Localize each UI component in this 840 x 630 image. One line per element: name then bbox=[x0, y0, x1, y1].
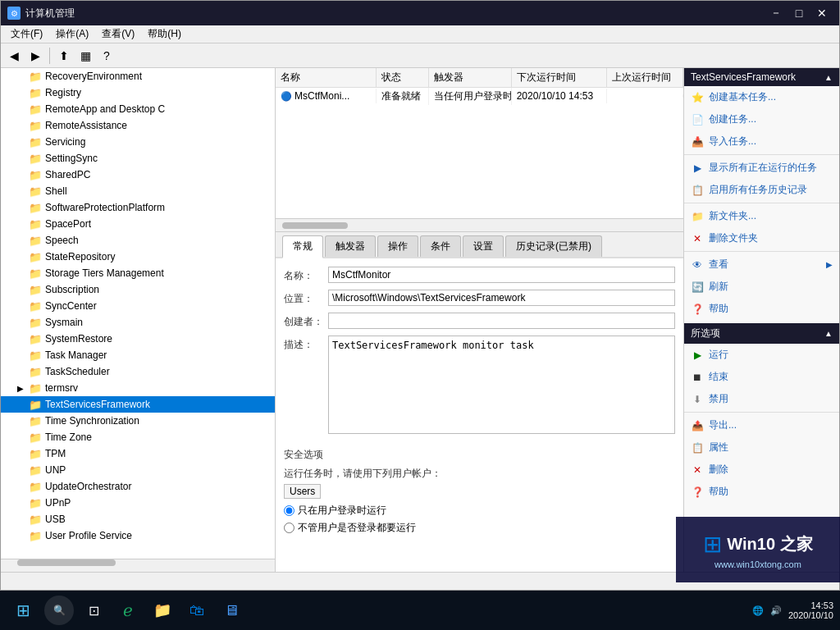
radio-option1[interactable]: 只在用户登录时运行 bbox=[284, 504, 675, 518]
store-button[interactable]: 🛍 bbox=[182, 596, 212, 625]
collapse-selected-icon: ▲ bbox=[824, 329, 833, 338]
action-run[interactable]: ▶ 运行 bbox=[684, 344, 839, 366]
tree-item-speech[interactable]: 📁 Speech bbox=[1, 232, 275, 249]
tab-history[interactable]: 历史记录(已禁用) bbox=[505, 235, 602, 257]
tree-item-textservices[interactable]: 📁 TextServicesFramework bbox=[1, 396, 275, 413]
edge-browser-button[interactable]: ℯ bbox=[113, 596, 143, 625]
back-button[interactable]: ◀ bbox=[4, 46, 24, 66]
tree-item-timesync[interactable]: 📁 Time Synchronization bbox=[1, 413, 275, 429]
folder-icon: 📁 bbox=[29, 333, 42, 345]
show-hide-button[interactable]: ▦ bbox=[75, 46, 95, 66]
action-view[interactable]: 👁 查看 ▶ bbox=[684, 253, 839, 276]
tree-item-subscription[interactable]: 📁 Subscription bbox=[1, 281, 275, 298]
action-refresh[interactable]: 🔄 刷新 bbox=[684, 276, 839, 298]
tree-item-userprofile[interactable]: 📁 User Profile Service bbox=[1, 527, 275, 544]
action-properties[interactable]: 📋 属性 bbox=[684, 436, 839, 459]
folder-icon: 📁 bbox=[29, 464, 42, 477]
menu-action[interactable]: 操作(A) bbox=[49, 25, 95, 43]
tree-item-systemrestore[interactable]: 📁 SystemRestore bbox=[1, 331, 275, 347]
tree-item-upnp[interactable]: 📁 UPnP bbox=[1, 495, 275, 511]
tree-container[interactable]: 📁 RecoveryEnvironment 📁 Registry 📁 Remot… bbox=[1, 68, 275, 559]
tree-item-shell[interactable]: 📁 Shell bbox=[1, 183, 275, 199]
computer-management-button[interactable]: 🖥 bbox=[217, 596, 246, 625]
close-button[interactable]: ✕ bbox=[811, 5, 833, 21]
start-button[interactable]: ⊞ bbox=[7, 594, 39, 627]
folder-icon: 📁 bbox=[29, 349, 42, 362]
tab-actions[interactable]: 操作 bbox=[377, 235, 418, 257]
tree-item-timezone[interactable]: 📁 Time Zone bbox=[1, 429, 275, 445]
tab-general[interactable]: 常规 bbox=[282, 235, 323, 258]
menu-view[interactable]: 查看(V) bbox=[95, 25, 141, 43]
tree-item-sysmain[interactable]: 📁 Sysmain bbox=[1, 314, 275, 331]
taskview-button[interactable]: ⊡ bbox=[79, 596, 108, 625]
tree-item-softwareprotection[interactable]: 📁 SoftwareProtectionPlatform bbox=[1, 199, 275, 216]
folder-icon: 📁 bbox=[29, 87, 42, 99]
action-enable-history[interactable]: 📋 启用所有任务历史记录 bbox=[684, 179, 839, 201]
tree-item-servicing[interactable]: 📁 Servicing bbox=[1, 134, 275, 150]
tree-item-synccenter[interactable]: 📁 SyncCenter bbox=[1, 298, 275, 314]
folder-icon: 📁 bbox=[29, 103, 42, 116]
tree-horizontal-scrollbar[interactable] bbox=[1, 559, 275, 572]
action-delete[interactable]: ✕ 删除 bbox=[684, 459, 839, 481]
action-export[interactable]: 📤 导出... bbox=[684, 414, 839, 436]
radio-input-1[interactable] bbox=[284, 505, 294, 516]
radio-input-2[interactable] bbox=[284, 523, 294, 533]
help-toolbar-button[interactable]: ? bbox=[97, 46, 116, 66]
tree-item-staterepository[interactable]: 📁 StateRepository bbox=[1, 249, 275, 265]
tree-item-storagetiers[interactable]: 📁 Storage Tiers Management bbox=[1, 265, 275, 281]
file-explorer-button[interactable]: 📁 bbox=[148, 596, 177, 625]
tree-item-settingsync[interactable]: 📁 SettingSync bbox=[1, 150, 275, 167]
action-new-folder[interactable]: 📁 新文件夹... bbox=[684, 205, 839, 227]
tree-item-termsrv[interactable]: ▶ 📁 termsrv bbox=[1, 380, 275, 396]
tree-item-spaceport[interactable]: 📁 SpacePort bbox=[1, 216, 275, 232]
action-disable[interactable]: ⬇ 禁用 bbox=[684, 388, 839, 410]
action-create-task[interactable]: 📄 创建任务... bbox=[684, 108, 839, 130]
description-label: 描述： bbox=[284, 336, 325, 352]
table-row[interactable]: 🔵 MsCtfMoni... 准备就绪 当任何用户登录时 2020/10/10 … bbox=[276, 88, 683, 104]
description-textarea[interactable]: TextServicesFramework monitor task bbox=[328, 336, 675, 434]
new-folder-icon: 📁 bbox=[691, 210, 704, 223]
action-import[interactable]: 📥 导入任务... bbox=[684, 130, 839, 153]
tree-item-usb[interactable]: 📁 USB bbox=[1, 511, 275, 527]
folder-icon: 📁 bbox=[29, 530, 42, 542]
main-window: ⚙ 计算机管理 － □ ✕ 文件(F) 操作(A) 查看(V) 帮助(H) ◀ … bbox=[0, 0, 840, 591]
header-name: 名称 bbox=[276, 68, 377, 87]
tab-settings[interactable]: 设置 bbox=[463, 235, 504, 257]
tree-item-unp[interactable]: 📁 UNP bbox=[1, 462, 275, 478]
up-button[interactable]: ⬆ bbox=[54, 46, 74, 66]
store-icon: 🛍 bbox=[189, 602, 204, 619]
view-icon: 👁 bbox=[691, 258, 704, 272]
export-icon: 📤 bbox=[691, 419, 704, 432]
tree-item-taskmanager[interactable]: 📁 Task Manager bbox=[1, 347, 275, 363]
tree-item-recovery[interactable]: 📁 RecoveryEnvironment bbox=[1, 68, 275, 84]
menu-file[interactable]: 文件(F) bbox=[4, 25, 49, 43]
name-input[interactable] bbox=[328, 267, 675, 283]
tree-item-remoteapp[interactable]: 📁 RemoteApp and Desktop C bbox=[1, 101, 275, 117]
location-input[interactable] bbox=[328, 290, 675, 306]
action-end[interactable]: ⏹ 结束 bbox=[684, 366, 839, 388]
tab-triggers[interactable]: 触发器 bbox=[325, 235, 376, 257]
maximize-button[interactable]: □ bbox=[788, 5, 810, 21]
minimize-button[interactable]: － bbox=[765, 5, 787, 21]
task-list-panel: 名称 状态 触发器 下次运行时间 上次运行时间 🔵 MsCtfMoni... 准… bbox=[276, 68, 683, 232]
tree-item-taskscheduler[interactable]: 📁 TaskScheduler bbox=[1, 363, 275, 380]
tree-item-updateorchestrator[interactable]: 📁 UpdateOrchestrator bbox=[1, 478, 275, 495]
author-input[interactable] bbox=[328, 313, 675, 329]
action-help-main[interactable]: ❓ 帮助 bbox=[684, 298, 839, 320]
tree-item-tpm[interactable]: 📁 TPM bbox=[1, 445, 275, 462]
menu-help[interactable]: 帮助(H) bbox=[141, 25, 188, 43]
search-button[interactable]: 🔍 bbox=[44, 596, 74, 625]
forward-button[interactable]: ▶ bbox=[25, 46, 45, 66]
radio-option2[interactable]: 不管用户是否登录都要运行 bbox=[284, 521, 675, 535]
tab-conditions[interactable]: 条件 bbox=[420, 235, 461, 257]
title-bar: ⚙ 计算机管理 － □ ✕ bbox=[1, 1, 839, 25]
action-create-basic[interactable]: ⭐ 创建基本任务... bbox=[684, 86, 839, 108]
action-delete-folder[interactable]: ✕ 删除文件夹 bbox=[684, 227, 839, 249]
task-horizontal-scrollbar[interactable] bbox=[276, 218, 683, 231]
action-show-running[interactable]: ▶ 显示所有正在运行的任务 bbox=[684, 157, 839, 179]
history-icon: 📋 bbox=[691, 184, 704, 197]
tree-item-sharedpc[interactable]: 📁 SharedPC bbox=[1, 167, 275, 183]
action-help-selected[interactable]: ❓ 帮助 bbox=[684, 481, 839, 503]
tree-item-remoteassistance[interactable]: 📁 RemoteAssistance bbox=[1, 117, 275, 134]
tree-item-registry[interactable]: 📁 Registry bbox=[1, 84, 275, 101]
